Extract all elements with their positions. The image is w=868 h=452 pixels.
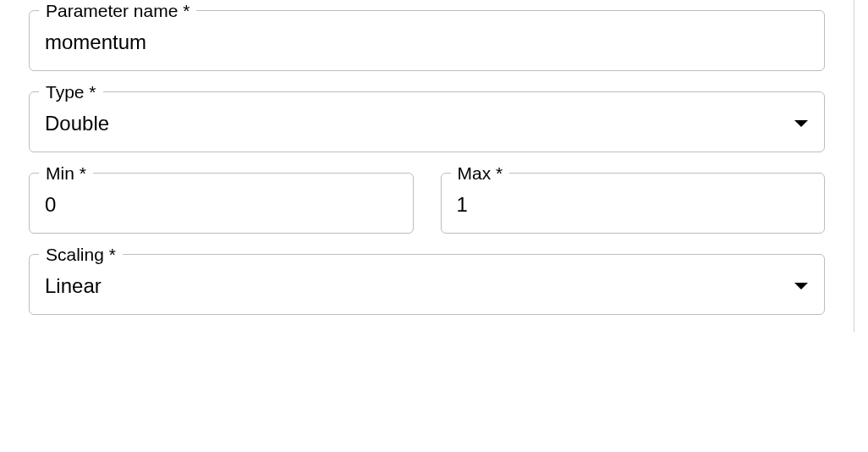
type-select[interactable]: Double: [29, 91, 825, 152]
parameter-form: Parameter name * momentum Type * Double …: [0, 0, 854, 332]
chevron-down-icon: [794, 281, 809, 291]
min-max-row: Min * 0 Max * 1: [29, 173, 825, 234]
parameter-name-label: Parameter name *: [39, 0, 196, 21]
min-field-wrapper: Min * 0: [29, 173, 414, 234]
max-value: 1: [457, 193, 810, 217]
scaling-label: Scaling *: [39, 244, 123, 265]
type-field-wrapper: Type * Double: [29, 91, 825, 152]
scaling-field-wrapper: Scaling * Linear: [29, 254, 825, 315]
scaling-value: Linear: [45, 274, 783, 298]
type-label: Type *: [39, 81, 103, 102]
scaling-select[interactable]: Linear: [29, 254, 825, 315]
min-label: Min *: [39, 163, 93, 184]
min-value: 0: [45, 193, 398, 217]
type-value: Double: [45, 112, 783, 135]
max-label: Max *: [451, 163, 510, 184]
parameter-name-field-wrapper: Parameter name * momentum: [29, 10, 825, 71]
max-field-wrapper: Max * 1: [441, 173, 826, 234]
parameter-name-value: momentum: [45, 30, 809, 54]
chevron-down-icon: [794, 119, 809, 129]
